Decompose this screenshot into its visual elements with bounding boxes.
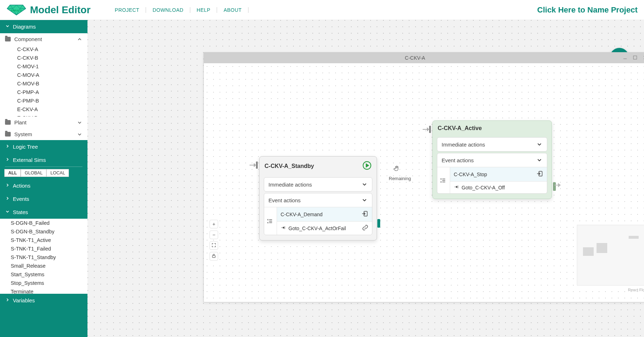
accordion-label: Immediate actions bbox=[268, 182, 312, 188]
list-item[interactable]: S-TNK-T1_Active bbox=[0, 236, 87, 244]
close-icon[interactable] bbox=[643, 55, 644, 61]
canvas-area[interactable]: + C-CKV-A bbox=[87, 20, 644, 337]
list-item[interactable]: E-CKV-B bbox=[0, 114, 87, 117]
play-circle-icon[interactable] bbox=[362, 161, 372, 172]
accordion-label: Immediate actions bbox=[442, 142, 485, 148]
sidebar-section-events[interactable]: Events bbox=[0, 192, 87, 205]
minimap-node bbox=[597, 243, 607, 253]
list-item[interactable]: S-DGN-B_Failed bbox=[0, 219, 87, 227]
edge-layer bbox=[204, 63, 311, 117]
menu-project[interactable]: PROJECT bbox=[109, 7, 146, 13]
chevron-up-icon bbox=[77, 36, 82, 42]
action-row[interactable]: Goto_C-CKV-A_ActOrFail bbox=[277, 222, 372, 235]
list-item[interactable]: S-TNK-T1_Standby bbox=[0, 253, 87, 262]
list-item[interactable]: C-PMP-A bbox=[0, 88, 87, 96]
input-handle-icon[interactable] bbox=[249, 162, 258, 170]
minimap-node bbox=[583, 247, 594, 256]
sidebar-folder-label: Component bbox=[14, 36, 42, 42]
zoom-in-button[interactable]: + bbox=[210, 220, 218, 228]
diagram-window[interactable]: C-CKV-A bbox=[203, 52, 644, 302]
list-item[interactable]: E-CKV-A bbox=[0, 105, 87, 114]
list-item[interactable]: C-MOV-B bbox=[0, 79, 87, 88]
component-list[interactable]: C-CKV-A C-CKV-B C-MOV-1 C-MOV-A C-MOV-B … bbox=[0, 45, 87, 117]
list-item[interactable]: C-PMP-B bbox=[0, 96, 87, 105]
chevron-down-icon bbox=[77, 132, 82, 137]
sidebar-folder-label: Plant bbox=[14, 119, 26, 125]
reactflow-canvas[interactable]: Remaining C-CKV-A_Standby bbox=[204, 63, 644, 302]
event-type-icon bbox=[264, 207, 277, 235]
node-standby[interactable]: C-CKV-A_Standby Immediate actions bbox=[259, 156, 377, 241]
sidebar-section-label: Diagrams bbox=[13, 24, 36, 30]
minimize-icon[interactable] bbox=[623, 55, 628, 61]
minus-icon: − bbox=[212, 232, 215, 238]
folder-icon bbox=[5, 120, 11, 125]
emerald-logo-icon: EMRALD bbox=[6, 3, 26, 17]
logo-block: EMRALD Model Editor bbox=[6, 3, 91, 17]
accordion-event-actions[interactable]: Event actions C bbox=[264, 193, 372, 235]
svg-rect-3 bbox=[633, 56, 637, 59]
transition-arrow-icon bbox=[454, 184, 459, 190]
list-item[interactable]: C-MOV-A bbox=[0, 71, 87, 79]
event-type-icon bbox=[437, 167, 450, 193]
chevron-right-icon bbox=[5, 157, 10, 163]
sidebar-section-actions[interactable]: Actions bbox=[0, 179, 87, 192]
accordion-event-actions[interactable]: Event actions C bbox=[437, 153, 547, 194]
list-item[interactable]: C-CKV-A bbox=[0, 45, 87, 54]
list-item[interactable]: S-DGN-B_Standby bbox=[0, 227, 87, 236]
chevron-right-icon bbox=[5, 183, 10, 189]
accordion-immediate-actions[interactable]: Immediate actions bbox=[264, 177, 372, 192]
accordion-label: Event actions bbox=[268, 197, 301, 203]
list-item[interactable]: Start_Systems bbox=[0, 270, 87, 279]
svg-rect-11 bbox=[429, 126, 431, 133]
chevron-down-icon bbox=[5, 24, 10, 30]
svg-rect-14 bbox=[212, 256, 215, 257]
event-row[interactable]: C-CKV-A_Stop bbox=[450, 167, 547, 182]
event-name: C-CKV-A_Stop bbox=[454, 172, 487, 177]
action-row[interactable]: Goto_C-CKV-A_Off bbox=[450, 182, 547, 193]
sidebar-section-states[interactable]: States bbox=[0, 205, 87, 219]
input-handle-icon[interactable] bbox=[422, 126, 431, 134]
list-item[interactable]: Terminate bbox=[0, 287, 87, 294]
fit-view-button[interactable] bbox=[210, 241, 218, 250]
sidebar-section-variables[interactable]: Variables bbox=[0, 294, 87, 307]
list-item[interactable]: Small_Release bbox=[0, 262, 87, 270]
chevron-down-icon bbox=[536, 157, 543, 163]
folder-icon bbox=[5, 132, 11, 137]
sidebar-folder-system[interactable]: System bbox=[0, 128, 87, 140]
sidebar-folder-plant[interactable]: Plant bbox=[0, 117, 87, 128]
list-item[interactable]: S-TNK-T1_Failed bbox=[0, 244, 87, 253]
minimap[interactable] bbox=[577, 225, 644, 286]
sidebar-section-external-sims[interactable]: External Sims bbox=[0, 153, 87, 167]
maximize-icon[interactable] bbox=[633, 55, 638, 61]
list-item[interactable]: Stop_Systems bbox=[0, 279, 87, 287]
chevron-down-icon bbox=[77, 120, 82, 125]
node-active[interactable]: C-CKV-A_Active Immediate actions Event a… bbox=[432, 120, 552, 199]
node-title: C-CKV-A_Active bbox=[438, 125, 482, 132]
window-title: C-CKV-A bbox=[405, 55, 425, 61]
event-row[interactable]: C-CKV-A_Demand bbox=[277, 207, 372, 222]
filter-local-button[interactable]: LOCAL bbox=[46, 169, 69, 177]
lock-button[interactable] bbox=[210, 252, 218, 261]
zoom-out-button[interactable]: − bbox=[210, 231, 218, 239]
sidebar-section-diagrams[interactable]: Diagrams bbox=[0, 20, 87, 33]
states-list[interactable]: S-DGN-B_Failed S-DGN-B_Standby S-TNK-T1_… bbox=[0, 219, 87, 294]
svg-marker-8 bbox=[366, 164, 369, 167]
list-item[interactable]: C-CKV-B bbox=[0, 54, 87, 62]
menu-download[interactable]: DOWNLOAD bbox=[146, 7, 190, 13]
menu-help[interactable]: HELP bbox=[190, 7, 217, 13]
sidebar-folder-component[interactable]: Component bbox=[0, 33, 87, 45]
sidebar-section-logic-tree[interactable]: Logic Tree bbox=[0, 140, 87, 153]
filter-global-button[interactable]: GLOBAL bbox=[21, 169, 46, 177]
list-item[interactable]: C-MOV-1 bbox=[0, 62, 87, 71]
window-titlebar[interactable]: C-CKV-A bbox=[204, 53, 644, 63]
menu-about[interactable]: ABOUT bbox=[217, 7, 248, 13]
output-handle[interactable] bbox=[377, 219, 380, 228]
project-name-field[interactable]: Click Here to Name Project bbox=[537, 5, 638, 15]
chevron-right-icon bbox=[5, 144, 10, 150]
accordion-label: Event actions bbox=[442, 157, 474, 163]
svg-rect-6 bbox=[256, 162, 258, 169]
filter-all-button[interactable]: ALL bbox=[4, 169, 21, 177]
accordion-immediate-actions[interactable]: Immediate actions bbox=[437, 137, 547, 152]
event-name: C-CKV-A_Demand bbox=[281, 212, 323, 217]
sidebar-section-label: States bbox=[13, 209, 28, 215]
